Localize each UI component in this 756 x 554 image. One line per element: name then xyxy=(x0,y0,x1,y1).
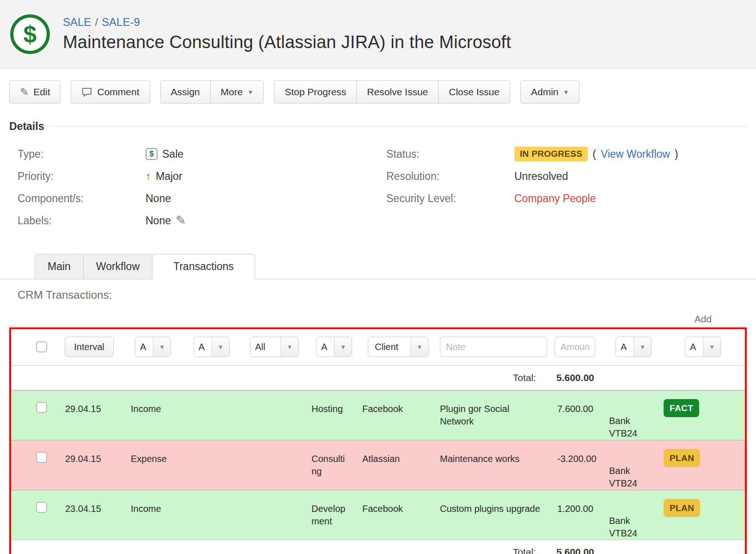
tx-note: Custom plugins upgrade xyxy=(437,491,552,515)
tx-amount: 1.200.00 xyxy=(552,491,606,515)
interval-filter-button[interactable]: Interval xyxy=(65,337,114,357)
tx-client: Facebook xyxy=(360,391,437,415)
client-filter-dropdown[interactable]: Client▼ xyxy=(368,337,429,357)
priority-value: ↑ Major xyxy=(146,170,183,183)
chevron-down-icon: ▼ xyxy=(212,337,229,357)
tx-date: 23.04.15 xyxy=(55,491,123,515)
category-filter-dropdown[interactable]: A▼ xyxy=(316,337,352,357)
tx-note: Plugin gor Social Network xyxy=(437,391,552,428)
edit-button[interactable]: ✎ Edit xyxy=(9,80,61,104)
issue-toolbar: ✎ Edit Comment Assign More ▼ Stop Progre… xyxy=(0,68,756,114)
status-value: IN PROGRESS (View Workflow) xyxy=(514,147,678,161)
components-value: None xyxy=(146,192,171,205)
select-all-checkbox[interactable] xyxy=(36,341,47,352)
more-button-label: More xyxy=(221,86,243,98)
tx-type: Income xyxy=(123,491,183,515)
tx-category: Consulting xyxy=(309,441,360,478)
all-filter-dropdown[interactable]: All▼ xyxy=(250,337,299,357)
note-filter-input[interactable] xyxy=(440,337,547,357)
issue-header: $ SALE/SALE-9 Maintenance Consulting (At… xyxy=(0,0,756,68)
add-transaction-link[interactable]: Add xyxy=(695,314,712,324)
issue-tabs: Main Workflow Transactions xyxy=(0,254,756,279)
total-label: Total: xyxy=(11,547,552,554)
pencil-icon: ✎ xyxy=(20,87,29,98)
details-grid: Type: $ Sale Priority: ↑ Major Component… xyxy=(0,136,756,232)
filter-row: Interval A▼ A▼ All▼ A▼ Client▼ A▼ A▼ xyxy=(11,329,745,365)
row-checkbox[interactable] xyxy=(36,452,47,463)
tab-transactions[interactable]: Transactions xyxy=(152,254,255,279)
security-level-value[interactable]: Company People xyxy=(514,192,596,205)
view-workflow-link[interactable]: View Workflow xyxy=(601,148,670,160)
stop-progress-button[interactable]: Stop Progress xyxy=(274,80,356,104)
comment-button[interactable]: Comment xyxy=(71,80,150,104)
close-issue-button[interactable]: Close Issue xyxy=(438,80,510,104)
stop-progress-label: Stop Progress xyxy=(285,86,346,98)
resolution-value: Unresolved xyxy=(514,170,568,183)
breadcrumb-project-link[interactable]: SALE xyxy=(63,16,91,28)
priority-value-text: Major xyxy=(156,170,183,183)
transaction-row: 29.04.15 Income Hosting Facebook Plugin … xyxy=(11,390,745,440)
resolve-issue-button[interactable]: Resolve Issue xyxy=(356,80,438,104)
comment-button-label: Comment xyxy=(97,86,139,98)
bank-filter-dropdown[interactable]: A▼ xyxy=(616,337,652,357)
comment-bubble-icon xyxy=(81,86,92,98)
chevron-down-icon: ▼ xyxy=(247,89,253,95)
details-section-header: Details xyxy=(0,114,756,136)
status-filter-dropdown[interactable]: A▼ xyxy=(685,337,721,357)
breadcrumb-issue-link[interactable]: SALE-9 xyxy=(102,16,140,28)
status-label: Status: xyxy=(378,148,514,160)
admin-button[interactable]: Admin ▼ xyxy=(520,80,579,104)
assign-button[interactable]: Assign xyxy=(160,80,210,104)
chevron-down-icon: ▼ xyxy=(335,337,352,357)
workflow-paren-close: ) xyxy=(675,148,678,160)
tx-client: Atlassian xyxy=(360,441,437,465)
chevron-down-icon: ▼ xyxy=(634,337,651,357)
more-button[interactable]: More ▼ xyxy=(210,80,264,104)
fact-status-badge: FACT xyxy=(664,399,699,417)
row-checkbox[interactable] xyxy=(36,502,47,513)
breadcrumb-separator: / xyxy=(91,16,102,28)
workflow-paren-open: ( xyxy=(592,148,596,160)
transaction-row: 29.04.15 Expense Consulting Atlassian Ma… xyxy=(11,440,745,490)
tab-workflow[interactable]: Workflow xyxy=(83,254,152,279)
total-row-top: Total: 5.600.00 xyxy=(11,366,745,390)
workflow-actions-group: Stop Progress Resolve Issue Close Issue xyxy=(274,80,510,104)
account-filter-dropdown[interactable]: A▼ xyxy=(194,337,230,357)
total-row-bottom: Total: 5.600.00 xyxy=(11,540,745,554)
chevron-down-icon: ▼ xyxy=(281,337,299,357)
total-value: 5.600.00 xyxy=(552,547,606,554)
resolution-label: Resolution: xyxy=(378,170,514,183)
tx-type: Expense xyxy=(123,441,183,465)
labels-value-text: None xyxy=(146,215,171,227)
resolve-issue-label: Resolve Issue xyxy=(367,86,428,98)
all-filter-value: All xyxy=(250,337,281,357)
tx-bank: Bank VTB24 xyxy=(609,403,661,440)
transaction-row: 23.04.15 Income Development Facebook Cus… xyxy=(11,490,745,540)
crm-transactions-label: CRM Transactions: xyxy=(0,279,756,302)
chevron-down-icon: ▼ xyxy=(703,337,720,357)
security-level-label: Security Level: xyxy=(378,192,514,205)
tab-main[interactable]: Main xyxy=(35,254,84,279)
tx-date: 29.04.15 xyxy=(55,441,123,465)
priority-label: Priority: xyxy=(9,170,146,183)
edit-button-label: Edit xyxy=(33,86,50,98)
bank-filter-value: A xyxy=(616,337,634,357)
status-filter-value: A xyxy=(685,337,703,357)
tx-bank: Bank VTB24 xyxy=(609,503,661,540)
type-filter-value: A xyxy=(135,337,153,357)
details-heading: Details xyxy=(9,120,44,133)
tx-type: Income xyxy=(123,391,183,415)
amount-filter-input[interactable] xyxy=(555,337,595,357)
tx-category: Development xyxy=(309,491,360,528)
sale-type-icon: $ xyxy=(146,148,158,160)
chevron-down-icon: ▼ xyxy=(153,337,171,357)
page-title: Maintenance Consulting (Atlassian JIRA) … xyxy=(63,32,511,52)
add-row: Add xyxy=(0,302,756,327)
edit-labels-pencil-icon[interactable]: ✎ xyxy=(176,215,186,227)
admin-button-label: Admin xyxy=(531,86,559,98)
type-filter-dropdown[interactable]: A▼ xyxy=(135,337,171,357)
total-value: 5.600.00 xyxy=(552,372,606,383)
plan-status-badge: PLAN xyxy=(664,449,700,467)
row-checkbox[interactable] xyxy=(36,402,47,413)
plan-status-badge: PLAN xyxy=(664,499,700,517)
